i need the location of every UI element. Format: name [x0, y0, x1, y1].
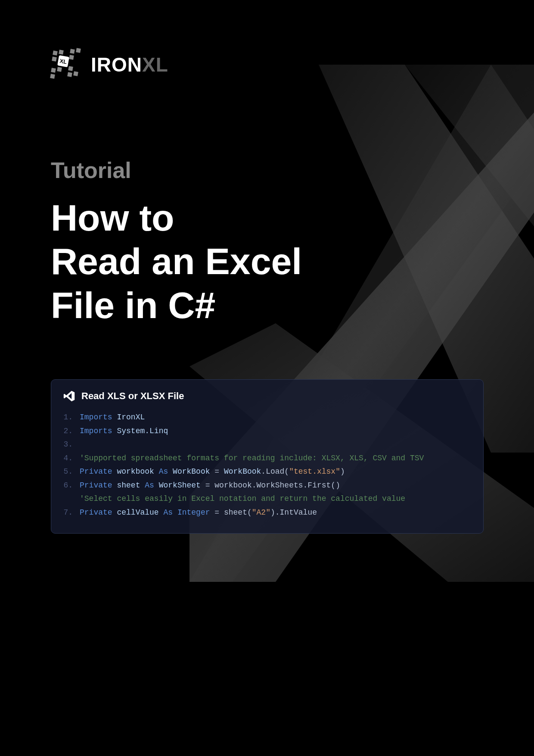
svg-rect-12: [57, 67, 62, 72]
svg-rect-11: [51, 68, 56, 73]
logo-mark-icon: XL: [50, 47, 84, 82]
visual-studio-icon: [63, 390, 75, 402]
code-panel-header: Read XLS or XLSX File: [63, 390, 471, 402]
line-number: 4.: [63, 452, 80, 465]
logo-text: IRONXL: [91, 53, 168, 76]
svg-rect-8: [76, 48, 81, 53]
code-line: 3.: [63, 438, 471, 452]
code-panel-title: Read XLS or XLSX File: [81, 390, 184, 402]
svg-rect-9: [52, 56, 57, 62]
svg-rect-13: [68, 66, 73, 71]
logo-text-xl: XL: [142, 53, 168, 76]
svg-rect-10: [69, 55, 74, 60]
code-line: 7.Private cellValue As Integer = sheet("…: [63, 506, 471, 520]
code-line: 4.'Supported spreadsheet formats for rea…: [63, 452, 471, 465]
code-content: Private workbook As WorkBook = WorkBook.…: [80, 465, 345, 479]
line-number: 7.: [63, 506, 80, 520]
svg-rect-7: [70, 49, 75, 54]
line-number: 3.: [63, 438, 80, 452]
code-content: Imports IronXL: [80, 411, 145, 425]
line-number: 5.: [63, 465, 80, 479]
line-number: 2.: [63, 425, 80, 438]
svg-text:XL: XL: [59, 58, 67, 66]
code-block: 1.Imports IronXL2.Imports System.Linq3. …: [63, 411, 471, 519]
code-content: 'Select cells easily in Excel notation a…: [80, 492, 405, 506]
logo-text-iron: IRON: [91, 53, 142, 76]
svg-rect-16: [73, 71, 78, 76]
code-line: 'Select cells easily in Excel notation a…: [63, 492, 471, 506]
code-line: 6.Private sheet As WorkSheet = workbook.…: [63, 479, 471, 493]
svg-rect-6: [59, 50, 64, 55]
line-number: 1.: [63, 411, 80, 425]
svg-rect-15: [67, 72, 72, 77]
page-title: How toRead an ExcelFile in C#: [51, 196, 302, 327]
code-content: Imports System.Linq: [80, 425, 168, 438]
svg-rect-14: [50, 74, 55, 79]
code-content: 'Supported spreadsheet formats for readi…: [80, 452, 424, 465]
code-line: 1.Imports IronXL: [63, 411, 471, 425]
code-content: Private sheet As WorkSheet = workbook.Wo…: [80, 479, 340, 493]
code-panel: Read XLS or XLSX File 1.Imports IronXL2.…: [51, 379, 484, 534]
code-line: 5.Private workbook As WorkBook = WorkBoo…: [63, 465, 471, 479]
line-number: 6.: [63, 479, 80, 493]
svg-rect-5: [53, 50, 58, 56]
code-content: Private cellValue As Integer = sheet("A2…: [80, 506, 317, 520]
brand-logo: XL IRONXL: [50, 47, 168, 82]
page-subtitle: Tutorial: [51, 157, 131, 183]
code-content: [80, 438, 84, 452]
code-line: 2.Imports System.Linq: [63, 425, 471, 438]
